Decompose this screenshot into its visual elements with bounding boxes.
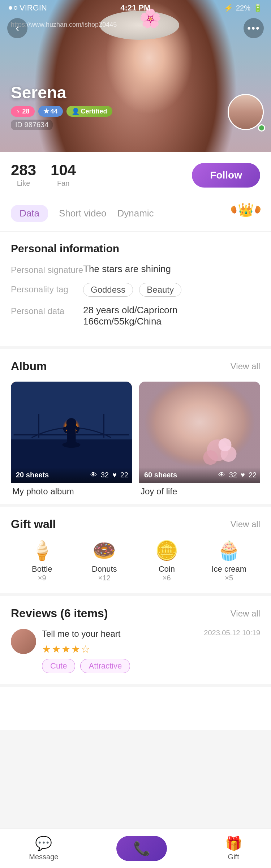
tab-dynamic[interactable]: Dynamic (117, 205, 154, 222)
bottom-navigation: 💬 Message 📞 🎁 Gift (0, 828, 271, 868)
profile-card-body: 283 Like 104 Fan Follow Data Short video… (0, 152, 271, 730)
album-1-likes-icon: ♥ (112, 471, 117, 479)
review-tag-attractive: Attractive (80, 659, 130, 673)
gender-icon: ♀ (16, 108, 21, 115)
review-stars: ★★★★☆ (42, 643, 260, 655)
tabs-row: Data Short video Dynamic 👑 (0, 195, 271, 232)
wing-right (254, 206, 261, 214)
nav-message[interactable]: 💬 Message (29, 835, 58, 861)
album-2-sheets: 60 sheets (144, 471, 177, 479)
svg-point-14 (219, 438, 232, 451)
message-icon: 💬 (35, 835, 52, 851)
gift-bottle-count: ×9 (11, 574, 73, 582)
gift-bottle-name: Bottle (11, 564, 73, 574)
gift-bottle: 🍦 Bottle ×9 (11, 540, 73, 582)
signature-value: The stars are shining (83, 263, 260, 275)
likes-stat: 283 Like (11, 163, 36, 188)
album-1-title: My photo album (11, 486, 132, 497)
album-2-likes: 22 (249, 471, 257, 479)
review-header: Tell me to your heart 2023.05.12 10:19 (42, 629, 260, 641)
reviews-section: Reviews (6 items) View all Tell me to yo… (0, 596, 271, 687)
gift-nav-icon: 🎁 (225, 835, 242, 851)
status-right: ⚡ 22% 🔋 (224, 4, 262, 12)
gift-icecream: 🧁 Ice cream ×5 (198, 540, 261, 582)
personality-tags: Goddess Beauty (83, 283, 260, 297)
review-tags: Cute Attractive (42, 659, 260, 673)
profile-hero: 🌸 VIRGIN 4:21 PM ⚡ 22% 🔋 ‹ ••• https://w… (0, 0, 271, 152)
follow-button[interactable]: Follow (192, 163, 260, 188)
star-icon: ★ (43, 107, 49, 115)
nav-gift[interactable]: 🎁 Gift (225, 835, 242, 861)
guard-badge[interactable]: 👑 (231, 202, 260, 224)
gift-coin-name: Coin (136, 564, 198, 574)
gift-donuts-name: Donuts (73, 564, 136, 574)
review-content: Tell me to your heart 2023.05.12 10:19 ★… (42, 629, 260, 673)
certified-label: Certified (81, 108, 107, 115)
guard-crown-icon: 👑 (238, 202, 254, 218)
review-tag-cute: Cute (42, 659, 75, 673)
personal-data-label: Personal data (11, 305, 83, 316)
avatar-thumbnail[interactable] (228, 94, 264, 130)
album-grid: 20 sheets 👁 32 ♥ 22 My photo album (11, 382, 260, 497)
tag-goddess: Goddess (83, 283, 133, 297)
tag-beauty: Beauty (139, 283, 181, 297)
gift-wall-view-all[interactable]: View all (231, 519, 260, 529)
reviews-view-all[interactable]: View all (231, 609, 260, 619)
gift-wall-section: Gift wall View all 🍦 Bottle ×9 🍩 Donuts … (0, 507, 271, 596)
reviewer-avatar (11, 629, 36, 654)
signature-label: Personal signature (11, 263, 83, 275)
message-label: Message (29, 853, 58, 861)
gift-grid: 🍦 Bottle ×9 🍩 Donuts ×12 🪙 Coin ×6 🧁 Ice… (11, 540, 260, 582)
gift-donuts: 🍩 Donuts ×12 (73, 540, 136, 582)
album-2-views-icon: 👁 (218, 471, 225, 479)
album-card-2[interactable]: 60 sheets 👁 32 ♥ 22 Joy of life (139, 382, 260, 497)
gift-wall-title: Gift wall (11, 517, 56, 531)
battery-level: 22% (236, 4, 250, 12)
avatar-image (229, 95, 263, 129)
gift-label: Gift (228, 853, 239, 861)
badge-certified: 👤 Certified (66, 106, 112, 117)
gift-bottle-icon: 🍦 (11, 540, 73, 562)
tab-data[interactable]: Data (11, 205, 48, 222)
wing-left (230, 206, 237, 214)
more-button[interactable]: ••• (244, 18, 264, 38)
review-text: Tell me to your heart (42, 629, 120, 639)
svg-point-13 (203, 450, 218, 465)
back-button[interactable]: ‹ (7, 18, 27, 38)
album-1-likes: 22 (120, 471, 128, 479)
album-2-likes-icon: ♥ (241, 471, 245, 479)
fans-count: 104 (51, 163, 76, 178)
gift-icecream-name: Ice cream (198, 564, 261, 574)
bluetooth-icon: ⚡ (224, 4, 233, 12)
gift-donuts-icon: 🍩 (73, 540, 136, 562)
star-value: 44 (51, 108, 58, 115)
nav-call-button[interactable]: 📞 (116, 836, 167, 861)
album-view-all[interactable]: View all (231, 361, 260, 371)
album-image-1: 20 sheets 👁 32 ♥ 22 (11, 382, 132, 483)
gift-icecream-icon: 🧁 (198, 540, 261, 562)
personal-data-line1: 28 years old/Capricorn (83, 305, 260, 316)
certified-icon: 👤 (72, 107, 79, 115)
tab-short-video[interactable]: Short video (59, 205, 107, 222)
fans-label: Fan (51, 179, 76, 188)
likes-count: 283 (11, 163, 36, 178)
signal-indicator (9, 6, 17, 10)
more-icon: ••• (247, 22, 260, 34)
album-header: Album View all (11, 360, 260, 373)
album-1-views: 32 (101, 471, 109, 479)
personal-info-title: Personal information (11, 242, 260, 255)
personality-row: Personality tag Goddess Beauty (11, 283, 260, 297)
profile-info-overlay: Serena ♀ 28 ★ 44 👤 Certified ID 987634 (11, 83, 112, 130)
album-1-views-icon: 👁 (90, 471, 97, 479)
album-card-1[interactable]: 20 sheets 👁 32 ♥ 22 My photo album (11, 382, 132, 497)
stats-row: 283 Like 104 Fan Follow (0, 152, 271, 195)
album-1-stats: 👁 32 ♥ 22 (90, 471, 128, 479)
personality-label: Personality tag (11, 283, 83, 295)
gift-wall-header: Gift wall View all (11, 517, 260, 531)
signature-row: Personal signature The stars are shining (11, 263, 260, 275)
gift-donuts-count: ×12 (73, 574, 136, 582)
reviews-title: Reviews (6 items) (11, 607, 108, 620)
personal-info-section: Personal information Personal signature … (0, 232, 271, 349)
online-indicator (258, 124, 265, 132)
gift-icecream-count: ×5 (198, 574, 261, 582)
